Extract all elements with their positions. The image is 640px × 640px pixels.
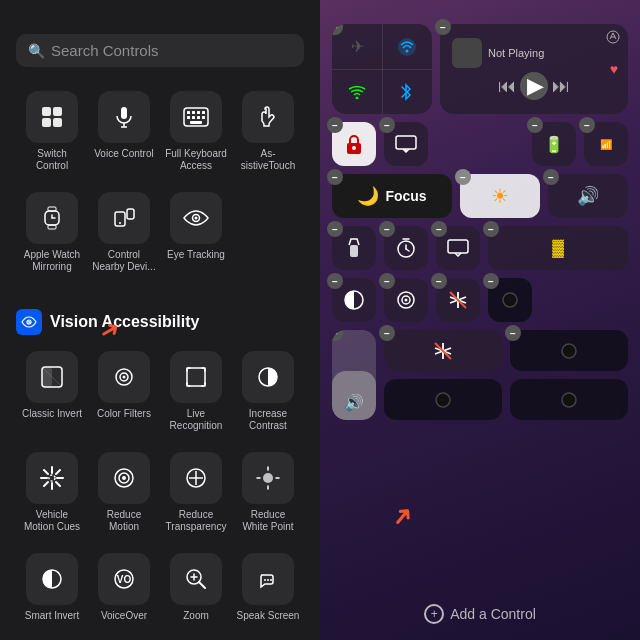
media-prev-btn[interactable]: ⏮ [498,76,516,97]
control-apple-watch[interactable]: Apple WatchMirroring [16,184,88,281]
svg-rect-92 [396,136,416,149]
signal-tile[interactable]: − 📶 [584,122,628,166]
no-star-2-btn[interactable]: − [384,330,502,371]
minus-flashlight[interactable]: − [327,221,343,237]
svg-rect-14 [197,116,200,119]
add-control-area[interactable]: + Add a Control [320,604,640,624]
not-playing-label: Not Playing [488,47,544,59]
control-assistive-touch-label: As-sistiveTouch [241,148,295,172]
invert-btn[interactable]: − [332,278,376,322]
minus-mirror[interactable]: − [379,117,395,133]
minus-volume[interactable]: − [543,169,559,185]
svg-point-47 [122,476,126,480]
minus-slider[interactable]: − [332,330,343,341]
svg-text:VO: VO [117,574,132,585]
dark-circle-btn[interactable]: − [488,278,532,322]
screen-mirror-2-btn[interactable]: − [436,226,480,270]
screen-mirror-btn[interactable]: − [384,122,428,166]
switch-control-icon [26,91,78,143]
svg-rect-16 [190,121,202,124]
control-speak-screen[interactable]: Speak Screen [232,545,304,630]
wifi-calling-btn[interactable] [382,24,432,69]
flashlight-btn[interactable]: − [332,226,376,270]
control-assistive-touch[interactable]: As-sistiveTouch [232,83,304,180]
minus-dark[interactable]: − [483,273,499,289]
minus-nostar2[interactable]: − [379,325,395,341]
reduce-motion-icon [98,452,150,504]
minus-mirror2[interactable]: − [431,221,447,237]
control-dim-flashing[interactable]: Dim FlashingLights [16,634,88,640]
control-classic-invert[interactable]: Classic Invert [16,343,88,440]
control-hover-text[interactable]: Hover Text [88,634,160,640]
left-panel: 🔍 Search Controls SwitchControl [0,0,320,640]
control-color-filters[interactable]: Color Filters [88,343,160,440]
screen-lock-btn[interactable]: − [332,122,376,166]
focus-btn[interactable]: − 🌙 Focus [332,174,452,218]
heart-icon[interactable]: ♥ [610,61,618,77]
media-block[interactable]: − Not Playing ⏮ ▶ ⏭ ♥ [440,24,628,114]
search-input[interactable]: Search Controls [51,42,159,59]
add-control-label[interactable]: Add a Control [450,606,536,622]
wifi-btn[interactable] [332,69,382,114]
control-voiceover[interactable]: VO VoiceOver [88,545,160,630]
battery-tile[interactable]: − 🔋 [532,122,576,166]
minus-wide[interactable]: − [483,221,499,237]
minus-lock[interactable]: − [327,117,343,133]
control-vehicle-motion[interactable]: VehicleMotion Cues [16,444,88,541]
slider-tile[interactable]: − 🔊 [332,330,376,420]
control-reduce-motion[interactable]: ReduceMotion [88,444,160,541]
control-voice-control[interactable]: Voice Control [88,83,160,180]
control-nearby-devices[interactable]: ControlNearby Devi... [88,184,160,281]
control-zoom[interactable]: Zoom [160,545,232,630]
media-play-btn[interactable]: ▶ [520,72,548,100]
svg-rect-8 [187,111,190,114]
dark-circle-3-btn[interactable] [384,379,502,420]
minus-media[interactable]: − [435,19,451,35]
svg-point-63 [264,579,266,581]
svg-rect-1 [53,107,62,116]
timer-btn[interactable]: − [384,226,428,270]
minus-brightness[interactable]: − [455,169,471,185]
control-full-keyboard[interactable]: Full KeyboardAccess [160,83,232,180]
control-reduce-transparency[interactable]: ReduceTransparency [160,444,232,541]
media-next-btn[interactable]: ⏭ [552,76,570,97]
control-increase-contrast[interactable]: IncreaseContrast [232,343,304,440]
battery-wide-icon: ▓ [552,239,564,257]
bluetooth-btn[interactable] [382,69,432,114]
airdrop-icon[interactable] [606,30,620,47]
section-header: Vision Accessibility [16,309,304,335]
dark-circle-4-btn[interactable] [510,379,628,420]
red-arrow-right: ➜ [384,498,422,535]
volume-btn[interactable]: − 🔊 [548,174,628,218]
color-dot-btn[interactable]: − [384,278,428,322]
control-live-recognition[interactable]: LiveRecognition [160,343,232,440]
connectivity-block[interactable]: − ✈ [332,24,432,114]
minus-dot[interactable]: − [379,273,395,289]
svg-rect-9 [192,111,195,114]
assistive-touch-icon [242,91,294,143]
control-reduce-white-point[interactable]: ReduceWhite Point [232,444,304,541]
dark-circle-2-btn[interactable]: − [510,330,628,371]
svg-point-86 [406,49,409,52]
search-bar[interactable]: 🔍 Search Controls [16,34,304,67]
right-panel: − ✈ [320,0,640,640]
cc-row-2: − − − 🔋 − [332,122,628,166]
control-smart-invert[interactable]: Smart Invert [16,545,88,630]
cc-row-3: − 🌙 Focus − ☀ − 🔊 [332,174,628,218]
minus-nostar[interactable]: − [431,273,447,289]
tile-battery-wide[interactable]: − ▓ [488,226,628,270]
control-live-recognition-label: LiveRecognition [170,408,223,432]
no-star-btn[interactable]: − [436,278,480,322]
minus-signal[interactable]: − [579,117,595,133]
control-hover-typing[interactable]: Hover Typing [160,634,232,640]
vision-accessibility-title: Vision Accessibility [50,313,199,331]
minus-battery[interactable]: − [527,117,543,133]
minus-timer[interactable]: − [379,221,395,237]
control-switch-control[interactable]: SwitchControl [16,83,88,180]
minus-focus[interactable]: − [327,169,343,185]
minus-invert[interactable]: − [327,273,343,289]
control-eye-tracking[interactable]: Eye Tracking [160,184,232,281]
control-reduce-motion-label: ReduceMotion [107,509,141,533]
brightness-btn[interactable]: − ☀ [460,174,540,218]
minus-dark2[interactable]: − [505,325,521,341]
